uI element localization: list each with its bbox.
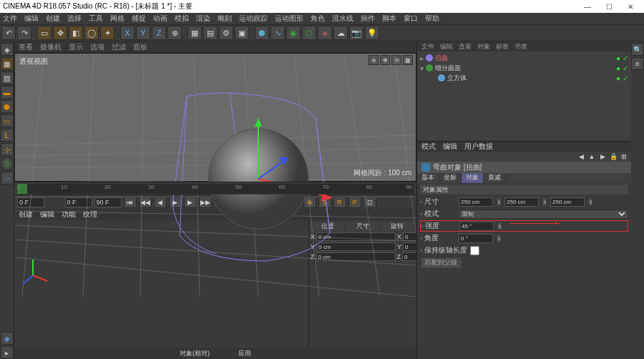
object-tree[interactable]: ▸扭曲●✓ ▾细分曲面●✓ 立方体●✓ — [417, 51, 631, 141]
nav-back-icon[interactable]: ◀ — [577, 152, 585, 161]
menu-item[interactable]: 模拟 — [175, 14, 189, 24]
attr-tab[interactable]: 衰减 — [484, 173, 506, 183]
timeline-track[interactable]: 0 10 20 30 40 50 60 70 80 90 — [17, 184, 414, 194]
attr-menu-item[interactable]: 模式 — [421, 142, 436, 152]
point-mode[interactable]: ⬢ — [1, 100, 14, 113]
picture-viewer-button[interactable]: ▣ — [235, 26, 249, 40]
new-icon[interactable]: ⊞ — [620, 152, 628, 161]
maximize-button[interactable]: ☐ — [598, 0, 620, 13]
om-menu-item[interactable]: 文件 — [421, 42, 434, 51]
spinner[interactable]: ⇕ — [542, 197, 547, 207]
om-menu-item[interactable]: 查看 — [459, 42, 472, 51]
attr-menu-item[interactable]: 用户数据 — [464, 142, 493, 152]
rotate-tool[interactable]: ◯ — [84, 26, 99, 40]
nav-fwd-icon[interactable]: ▶ — [598, 152, 607, 161]
om-menu-item[interactable]: 编辑 — [440, 42, 453, 51]
vp-menu-item[interactable]: 摄像机 — [40, 42, 62, 52]
deformer-primitive[interactable]: ◈ — [318, 26, 332, 40]
edge-mode[interactable]: ▭ — [1, 114, 14, 127]
object-mode[interactable]: ▬ — [1, 86, 14, 99]
axis-mode[interactable]: ⊹ — [1, 143, 14, 156]
camera-primitive[interactable]: 📷 — [349, 26, 364, 40]
om-menu-item[interactable]: 标签 — [496, 42, 509, 51]
minimize-button[interactable]: — — [577, 0, 598, 13]
coord-mode-select[interactable]: 对象(相对) — [180, 349, 210, 358]
tree-item-sds[interactable]: ▾细分曲面●✓ — [420, 63, 628, 73]
spline-primitive[interactable]: ∿ — [270, 26, 285, 40]
spinner[interactable]: ⇕ — [496, 234, 502, 243]
extra-tool[interactable]: ◆ — [1, 332, 14, 345]
workplane-toggle[interactable]: ▱ — [1, 172, 14, 185]
lock-icon[interactable]: 🔒 — [609, 152, 618, 161]
size-y-input[interactable] — [504, 197, 539, 207]
snap-toggle[interactable]: S — [1, 157, 14, 170]
layer-icon[interactable]: ≡ — [631, 57, 644, 70]
menu-item[interactable]: 角色 — [311, 14, 325, 24]
spinner[interactable]: ⇕ — [587, 197, 593, 207]
angle-input[interactable] — [459, 234, 493, 243]
menu-item[interactable]: 雕刻 — [218, 14, 232, 24]
texture-mode[interactable]: ▨ — [1, 72, 14, 84]
vp-menu-item[interactable]: 面板 — [133, 42, 147, 52]
axis-x-toggle[interactable]: X — [120, 26, 135, 40]
attr-tab[interactable]: 坐标 — [439, 173, 462, 183]
attr-tab[interactable]: 基本 — [417, 173, 439, 183]
menu-item[interactable]: 创建 — [46, 14, 60, 24]
coord-apply-button[interactable]: 应用 — [238, 349, 251, 358]
menu-item[interactable]: 文件 — [3, 14, 17, 24]
om-menu-item[interactable]: 书签 — [514, 42, 527, 51]
move-tool[interactable]: ✥ — [53, 26, 67, 40]
menu-item[interactable]: 窗口 — [404, 14, 418, 24]
axis-z-toggle[interactable]: Z — [152, 26, 166, 40]
model-mode[interactable]: ▦ — [1, 57, 14, 70]
coord-system[interactable]: ⊕ — [167, 26, 182, 40]
nav-up-icon[interactable]: ▲ — [587, 152, 596, 161]
menu-item[interactable]: 插件 — [361, 14, 375, 24]
keep-length-checkbox[interactable] — [470, 246, 479, 255]
menu-item[interactable]: 网格 — [110, 14, 125, 24]
viewport-3d[interactable]: 透视视图 网格间距 : 100 cm ⊕ ✥ ⟲ ▦ — [14, 53, 416, 182]
om-menu-item[interactable]: 对象 — [477, 42, 490, 51]
attr-menu-item[interactable]: 编辑 — [443, 142, 457, 152]
render-region-button[interactable]: ▤ — [203, 26, 218, 40]
attr-tab[interactable]: 对象 — [462, 173, 484, 183]
menu-item[interactable]: 动画 — [153, 14, 167, 24]
menu-item[interactable]: 帮助 — [425, 14, 439, 24]
size-z-input[interactable] — [550, 197, 585, 207]
menu-item[interactable]: 工具 — [89, 14, 103, 24]
vp-menu-item[interactable]: 查看 — [19, 42, 33, 52]
strength-input[interactable] — [459, 222, 494, 231]
vp-menu-item[interactable]: 选项 — [90, 42, 104, 52]
timeline[interactable]: 0 10 20 30 40 50 60 70 80 90 — [14, 182, 416, 195]
vp-menu-item[interactable]: 显示 — [69, 42, 83, 52]
menu-item[interactable]: 编辑 — [24, 14, 39, 24]
menu-item[interactable]: 选择 — [67, 14, 82, 24]
generator-primitive[interactable]: ⬡ — [302, 26, 316, 40]
scale-tool[interactable]: ◧ — [69, 26, 83, 40]
menu-item[interactable]: 渲染 — [196, 14, 210, 24]
nurbs-primitive[interactable]: ◉ — [286, 26, 301, 40]
vp-menu-item[interactable]: 过滤 — [112, 42, 126, 52]
extra-tool-2[interactable]: ▸ — [1, 346, 14, 359]
fit-parent-button[interactable]: 匹配到父级 — [420, 257, 462, 269]
render-settings-button[interactable]: ⚙ — [219, 26, 233, 40]
close-button[interactable]: ✕ — [620, 0, 641, 13]
render-view-button[interactable]: ▦ — [187, 26, 202, 40]
redo-button[interactable]: ↷ — [17, 26, 31, 40]
search-icon[interactable]: 🔍 — [631, 43, 644, 56]
size-x-input[interactable] — [459, 197, 493, 207]
cube-primitive[interactable]: ⬢ — [255, 26, 269, 40]
menu-item[interactable]: 捕捉 — [132, 14, 146, 24]
menu-item[interactable]: 运动图形 — [275, 14, 303, 24]
last-tool[interactable]: ✦ — [100, 26, 114, 40]
polygon-mode[interactable]: L — [1, 129, 14, 142]
menu-item[interactable]: 流水线 — [332, 14, 353, 24]
menu-item[interactable]: 脚本 — [382, 14, 396, 24]
spinner[interactable]: ⇕ — [497, 222, 502, 231]
menu-item[interactable]: 运动跟踪 — [239, 14, 268, 24]
light-primitive[interactable]: 💡 — [365, 26, 379, 40]
environment-primitive[interactable]: ☁ — [333, 26, 348, 40]
tree-item-cube[interactable]: 立方体●✓ — [420, 73, 628, 83]
axis-y-toggle[interactable]: Y — [136, 26, 150, 40]
mode-select[interactable]: 限制 — [459, 210, 628, 219]
